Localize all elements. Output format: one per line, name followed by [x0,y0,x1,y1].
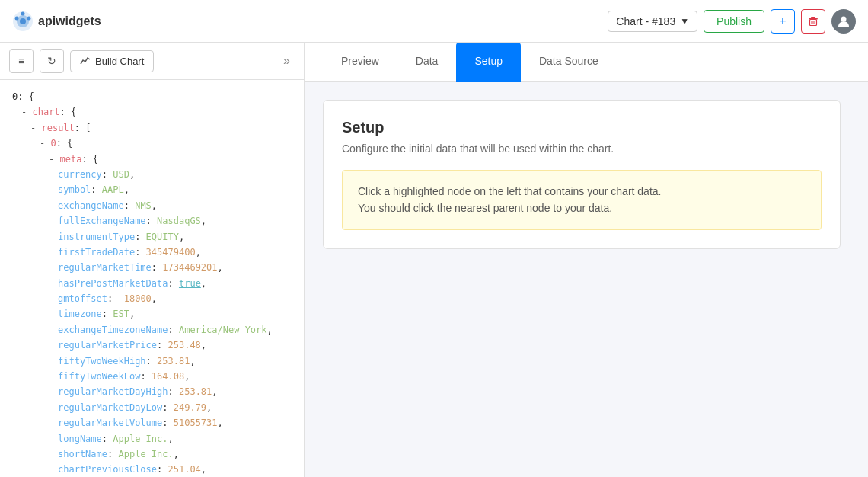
json-line: instrumentType: EQUITY, [12,229,292,245]
json-line: fiftyTwoWeekHigh: 253.81, [12,354,292,369]
json-viewer: 0: { - chart: { - result: [ - 0: { - met… [0,80,304,477]
left-toolbar: ≡ ↻ Build Chart » [0,43,304,80]
json-line: fiftyTwoWeekLow: 164.08, [12,369,292,384]
refresh-icon: ↻ [47,55,56,67]
menu-icon: ≡ [18,55,24,67]
svg-point-2 [20,18,26,24]
json-line: currency: USD, [12,167,292,182]
json-line: regularMarketDayLow: 249.79, [12,400,292,415]
svg-point-5 [21,11,25,15]
chart-selector[interactable]: Chart - #183 ▼ [608,11,697,32]
tab-preview[interactable]: Preview [323,43,397,82]
content-area: Setup Configure the initial data that wi… [305,82,868,477]
json-line: gmtoffset: -18000, [12,291,292,306]
json-line: longName: Apple Inc., [12,431,292,447]
info-line-1: Click a highlighted node on the left tha… [358,183,806,200]
tab-data[interactable]: Data [397,43,457,82]
avatar[interactable] [831,9,856,34]
build-chart-label: Build Chart [95,56,144,67]
build-chart-button[interactable]: Build Chart [70,50,154,72]
logo: apiwidgets [12,11,101,32]
svg-point-3 [15,16,19,20]
json-line: - result: [ [12,120,292,136]
publish-button[interactable]: Publish [704,10,764,33]
json-line: exchangeName: NMS, [12,198,292,213]
logo-text: apiwidgets [38,14,101,28]
tabs: Preview Data Setup Data Source [305,43,868,82]
chart-selector-label: Chart - #183 [616,15,675,27]
setup-card: Setup Configure the initial data that wi… [323,100,841,249]
svg-point-12 [841,16,847,21]
chevron-down-icon: ▼ [680,16,689,27]
json-line: hasPrePostMarketData: true, [12,276,292,291]
json-line: regularMarketPrice: 253.48, [12,338,292,353]
json-line: shortName: Apple Inc., [12,447,292,462]
header-right: Chart - #183 ▼ Publish + [608,9,856,34]
refresh-button[interactable]: ↻ [40,49,64,73]
json-line: timezone: EST, [12,306,292,322]
json-line: - meta: { [12,152,292,167]
json-line: regularMarketTime: 1734469201, [12,260,292,275]
svg-rect-7 [811,17,815,18]
json-line: chartPreviousClose: 251.04, [12,462,292,477]
chart-icon [80,56,91,66]
json-line: firstTradeDate: 345479400, [12,245,292,260]
json-line: symbol: AAPL, [12,182,292,197]
header-left: apiwidgets [12,11,101,32]
json-line: exchangeTimezoneName: America/New_York, [12,322,292,338]
menu-button[interactable]: ≡ [9,49,34,73]
header: apiwidgets Chart - #183 ▼ Publish + [0,0,868,43]
json-line: regularMarketVolume: 51055731, [12,415,292,431]
json-line: - chart: { [12,104,292,120]
tab-setup[interactable]: Setup [456,43,521,82]
json-line: 0: { [12,89,292,104]
json-line: - 0: { [12,136,292,151]
json-line: fullExchangeName: NasdaqGS, [12,213,292,229]
info-line-2: You should click the nearest parent node… [358,200,806,216]
tab-data-source[interactable]: Data Source [521,43,617,82]
right-panel: Preview Data Setup Data Source Setup Con… [305,43,868,477]
svg-point-4 [27,16,31,20]
json-line: regularMarketDayHigh: 253.81, [12,384,292,399]
add-button[interactable]: + [771,9,795,34]
user-icon [837,14,850,28]
setup-description: Configure the initial data that will be … [342,142,822,155]
trash-icon [808,16,819,27]
setup-title: Setup [342,119,822,136]
main-layout: ≡ ↻ Build Chart » 0: { - chart: { - resu… [0,43,868,477]
collapse-button[interactable]: » [279,51,295,71]
logo-icon [12,11,34,32]
left-panel: ≡ ↻ Build Chart » 0: { - chart: { - resu… [0,43,305,477]
info-box: Click a highlighted node on the left tha… [342,170,822,230]
delete-button[interactable] [801,9,825,34]
